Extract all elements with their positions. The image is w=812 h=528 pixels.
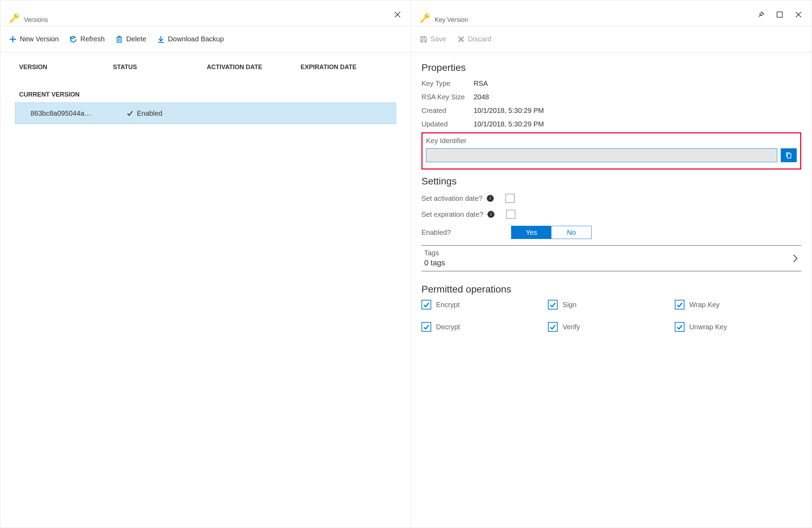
- delete-button[interactable]: Delete: [115, 35, 146, 43]
- trash-icon: [115, 35, 123, 43]
- key-version-toolbar: Save Discard: [411, 26, 812, 52]
- enabled-toggle[interactable]: Yes No: [511, 226, 592, 239]
- row-status: Enabled: [126, 109, 162, 117]
- expiration-date-checkbox[interactable]: [506, 210, 515, 219]
- refresh-button[interactable]: Refresh: [69, 35, 105, 43]
- rsa-size-label: RSA Key Size: [421, 93, 474, 101]
- enabled-yes[interactable]: Yes: [511, 226, 551, 239]
- svg-rect-9: [117, 38, 121, 42]
- versions-header: Versions: [0, 0, 411, 26]
- key-version-title: Key Version: [435, 16, 468, 26]
- versions-table-header: VERSION STATUS ACTIVATION DATE EXPIRATIO…: [11, 61, 400, 77]
- unwrapkey-label: Unwrap Key: [689, 323, 727, 331]
- updated-label: Updated: [421, 120, 474, 128]
- wrapkey-label: Wrap Key: [689, 301, 720, 309]
- tags-row[interactable]: Tags 0 tags: [421, 245, 801, 271]
- col-expiration[interactable]: EXPIRATION DATE: [301, 64, 392, 71]
- activation-date-checkbox[interactable]: [506, 194, 515, 203]
- info-icon[interactable]: i: [487, 195, 494, 202]
- enabled-no[interactable]: No: [551, 226, 591, 239]
- activation-date-label: Set activation date?: [421, 195, 483, 203]
- discard-button[interactable]: Discard: [457, 35, 492, 43]
- download-icon: [157, 35, 165, 43]
- verify-checkbox[interactable]: [548, 322, 558, 332]
- chevron-right-icon: [792, 254, 798, 263]
- rsa-size-value: 2048: [474, 93, 489, 101]
- pin-button[interactable]: [756, 10, 766, 19]
- sign-label: Sign: [563, 301, 576, 309]
- col-status[interactable]: STATUS: [113, 64, 207, 71]
- versions-blade: Versions New Version Refresh Delete: [0, 0, 411, 528]
- maximize-button[interactable]: [775, 10, 785, 19]
- key-identifier-highlight: Key Identifier: [421, 132, 801, 170]
- copy-button[interactable]: [781, 148, 797, 162]
- svg-rect-13: [118, 36, 120, 37]
- svg-rect-20: [423, 20, 424, 22]
- info-icon[interactable]: i: [487, 211, 494, 218]
- svg-rect-28: [787, 154, 791, 158]
- expiration-date-label: Set expiration date?: [421, 211, 483, 218]
- key-version-content: Properties Key TypeRSA RSA Key Size2048 …: [411, 52, 812, 528]
- close-button[interactable]: [794, 10, 803, 19]
- save-button[interactable]: Save: [419, 35, 446, 43]
- decrypt-checkbox[interactable]: [421, 322, 431, 332]
- current-version-row[interactable]: 863bc8a095044a… Enabled: [15, 102, 396, 124]
- wrapkey-checkbox[interactable]: [675, 300, 684, 310]
- key-identifier-label: Key Identifier: [426, 135, 797, 148]
- key-icon: [9, 13, 20, 24]
- created-value: 10/1/2018, 5:30:29 PM: [474, 107, 544, 115]
- copy-icon: [785, 151, 793, 159]
- close-button[interactable]: [393, 10, 402, 19]
- key-type-value: RSA: [474, 80, 488, 88]
- properties-heading: Properties: [421, 62, 801, 73]
- created-label: Created: [421, 107, 474, 115]
- refresh-icon: [69, 35, 77, 43]
- col-activation[interactable]: ACTIVATION DATE: [207, 64, 301, 71]
- svg-rect-4: [12, 20, 13, 22]
- versions-content: VERSION STATUS ACTIVATION DATE EXPIRATIO…: [0, 52, 411, 528]
- svg-rect-21: [777, 12, 782, 17]
- key-version-blade: Key Version Save Discard: [411, 0, 812, 528]
- decrypt-label: Decrypt: [436, 323, 460, 331]
- unwrapkey-checkbox[interactable]: [675, 322, 684, 332]
- col-version[interactable]: VERSION: [19, 64, 113, 71]
- svg-rect-25: [422, 36, 425, 38]
- key-icon: [419, 13, 430, 24]
- row-version-id: 863bc8a095044a…: [24, 109, 126, 117]
- svg-rect-3: [10, 21, 11, 23]
- svg-point-0: [14, 14, 19, 18]
- svg-rect-19: [421, 21, 422, 23]
- key-identifier-input[interactable]: [426, 148, 777, 162]
- new-version-button[interactable]: New Version: [9, 35, 59, 43]
- plus-icon: [9, 35, 17, 43]
- updated-value: 10/1/2018, 5:30:29 PM: [474, 120, 544, 128]
- download-backup-button[interactable]: Download Backup: [157, 35, 224, 43]
- discard-icon: [457, 35, 465, 43]
- permitted-heading: Permitted operations: [421, 284, 801, 295]
- encrypt-checkbox[interactable]: [421, 300, 431, 310]
- tags-count: 0 tags: [424, 258, 445, 267]
- check-icon: [126, 110, 133, 117]
- tags-title: Tags: [424, 249, 445, 257]
- svg-point-16: [425, 14, 429, 18]
- sign-checkbox[interactable]: [548, 300, 558, 310]
- permitted-operations-grid: Encrypt Sign Wrap Key Decrypt Verify Unw…: [421, 300, 801, 332]
- versions-title: Versions: [24, 16, 48, 26]
- svg-point-1: [16, 15, 18, 16]
- enabled-label: Enabled?: [421, 229, 511, 237]
- save-icon: [419, 35, 428, 43]
- svg-point-17: [427, 15, 429, 16]
- encrypt-label: Encrypt: [436, 301, 460, 309]
- verify-label: Verify: [563, 323, 580, 331]
- svg-rect-24: [422, 40, 425, 42]
- key-type-label: Key Type: [421, 80, 474, 88]
- settings-heading: Settings: [421, 176, 801, 187]
- current-version-label: CURRENT VERSION: [11, 77, 400, 102]
- key-version-header: Key Version: [411, 0, 812, 26]
- versions-toolbar: New Version Refresh Delete Download Back…: [0, 26, 411, 52]
